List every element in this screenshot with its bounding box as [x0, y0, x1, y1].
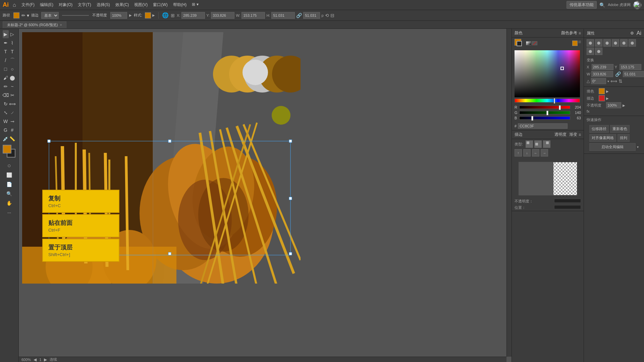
- blob-brush-tool[interactable]: ⬤: [9, 74, 15, 82]
- scissors-tool[interactable]: ✂: [9, 91, 15, 99]
- horizontal-scrollbar[interactable]: 600% ◀ 1 ▶ 连续: [19, 357, 506, 362]
- b-track[interactable]: [519, 116, 570, 120]
- spectrum-canvas[interactable]: [515, 50, 580, 97]
- warp-tool[interactable]: W: [3, 117, 9, 125]
- trans-arrow-1[interactable]: ↑: [515, 149, 522, 157]
- mesh-tool[interactable]: #: [9, 126, 15, 134]
- vertical-scrollbar[interactable]: [506, 29, 512, 357]
- document-tab[interactable]: 未标题-2* @ 600% (RGB/预览) ×: [3, 21, 66, 28]
- width-tool[interactable]: ⊸: [9, 117, 15, 125]
- ellipse-tool[interactable]: ○: [9, 65, 15, 73]
- eyedropper-tool[interactable]: 💉: [3, 135, 9, 143]
- foreground-color-swatch[interactable]: [3, 145, 11, 154]
- r-track[interactable]: [519, 106, 570, 109]
- global-edit-button[interactable]: 启动全局编辑: [589, 143, 636, 151]
- stroke-width-input[interactable]: [303, 12, 320, 19]
- arrange-button[interactable]: 排列: [618, 134, 630, 142]
- gradient-preview[interactable]: [526, 41, 531, 45]
- stroke-color-swatch-prop[interactable]: [599, 95, 605, 101]
- eraser-tool[interactable]: ⌫: [3, 91, 9, 99]
- menu-extra[interactable]: ⊞ ▾: [192, 2, 198, 8]
- transform-icon[interactable]: ⟲: [325, 13, 329, 18]
- home-icon[interactable]: ⌂: [13, 2, 16, 8]
- h-coord-input[interactable]: [623, 71, 644, 77]
- hex-input[interactable]: [518, 123, 568, 129]
- document-tab-close[interactable]: ×: [60, 23, 62, 27]
- align-center-v-icon[interactable]: ⬤: [629, 39, 636, 47]
- rect-tool[interactable]: □: [3, 65, 9, 73]
- more-tools-btn[interactable]: ···: [3, 208, 16, 217]
- color-spectrum[interactable]: [515, 50, 581, 103]
- x-coord-input[interactable]: [592, 64, 613, 70]
- context-menu-bring-to-front[interactable]: 置于顶层 Shift+Ctrl+]: [42, 239, 119, 262]
- distribute-v-icon[interactable]: ⬤: [595, 48, 602, 55]
- opacity-prop-expand-icon[interactable]: ▶: [623, 104, 625, 107]
- align-center-h-icon[interactable]: ⬤: [595, 39, 602, 47]
- w-coord-input[interactable]: [591, 71, 613, 77]
- recolor-button[interactable]: 重新着色: [610, 125, 630, 133]
- hand-tool[interactable]: ✋: [3, 199, 16, 207]
- curvature-tool[interactable]: ⌇: [9, 39, 15, 47]
- trans-arrow-2[interactable]: ↓: [523, 149, 531, 157]
- menu-window[interactable]: 窗口(W): [153, 2, 167, 8]
- scale-tool[interactable]: ⤡: [3, 109, 9, 117]
- arc-tool[interactable]: ⌒: [9, 56, 15, 64]
- distribute-h-icon[interactable]: ⬤: [612, 39, 619, 47]
- g-track[interactable]: [519, 111, 570, 114]
- stroke-mode-select[interactable]: 基本: [41, 12, 59, 19]
- none-preview[interactable]: [532, 41, 537, 45]
- menu-edit[interactable]: 编辑(E): [40, 2, 53, 8]
- direct-selection-tool[interactable]: ▷: [9, 30, 15, 38]
- opacity-prop-input[interactable]: [606, 102, 621, 108]
- menu-select[interactable]: 选择(S): [97, 2, 110, 8]
- y-coord-input[interactable]: [620, 64, 641, 70]
- align-right-icon[interactable]: ⬤: [603, 39, 611, 47]
- gradient-tool[interactable]: G: [3, 126, 9, 134]
- pen-tool[interactable]: ✒: [3, 39, 9, 47]
- menu-file[interactable]: 文件(F): [21, 2, 35, 8]
- global-edit-expand-icon[interactable]: ▾: [637, 145, 639, 149]
- align-bottom-icon[interactable]: ⬤: [587, 48, 594, 55]
- opacity-input[interactable]: [110, 12, 127, 19]
- menu-view[interactable]: 视图(V): [134, 2, 148, 8]
- context-menu-copy[interactable]: 复制 Ctrl+C: [42, 190, 119, 213]
- opacity-expand-icon[interactable]: ▶: [129, 13, 132, 17]
- fill-expand-icon[interactable]: ▶: [606, 89, 609, 93]
- smooth-tool[interactable]: ~: [9, 82, 15, 90]
- align-pixel-button[interactable]: 对齐像素网格: [589, 134, 616, 142]
- properties-extra-icon[interactable]: ⚙: [630, 31, 634, 36]
- rotate-tool[interactable]: ↻: [3, 100, 9, 108]
- y-input[interactable]: [211, 12, 234, 19]
- style-swatch[interactable]: [145, 12, 151, 18]
- stroke-expand-icon[interactable]: ▶: [606, 97, 609, 100]
- wh-link-icon[interactable]: 🔗: [615, 71, 621, 77]
- align-top-icon[interactable]: ⬤: [620, 39, 628, 47]
- zoom-tool[interactable]: 🔍: [3, 190, 16, 198]
- style-expand-icon[interactable]: ▶: [152, 13, 155, 17]
- trans-multiply-icon[interactable]: [534, 140, 542, 148]
- fill-color-swatch-prop[interactable]: [599, 88, 605, 94]
- link-icon[interactable]: 🔗: [296, 13, 302, 18]
- stroke-swatch[interactable]: [517, 41, 522, 46]
- trans-screen-icon[interactable]: [543, 140, 550, 148]
- workspace-button[interactable]: 传统基本功能: [567, 1, 597, 9]
- menu-type[interactable]: 文字(T): [78, 2, 91, 8]
- touch-type-tool[interactable]: T: [9, 48, 15, 56]
- flip-h-icon[interactable]: ⟺: [610, 78, 617, 84]
- offset-path-button[interactable]: 位移路径: [589, 125, 609, 133]
- search-icon[interactable]: 🔍: [599, 2, 605, 8]
- flip-v-icon[interactable]: ⇅: [619, 78, 623, 84]
- trans-normal-icon[interactable]: [526, 140, 533, 148]
- context-menu-paste-front[interactable]: 贴在前面 Ctrl+F: [42, 214, 119, 237]
- fullscreen-toggle[interactable]: ⬜: [3, 171, 16, 179]
- color-panel-menu-icon[interactable]: ≡: [579, 31, 581, 36]
- reflect-tool[interactable]: ⟺: [9, 100, 15, 108]
- fill-color-swatch[interactable]: [13, 12, 19, 18]
- shear-tool[interactable]: ⟋: [9, 109, 15, 117]
- menu-effect[interactable]: 效果(C): [115, 2, 129, 8]
- extra-fill-swatch[interactable]: [572, 41, 578, 46]
- nav-prev-icon[interactable]: ◀: [34, 357, 37, 362]
- pencil-tool[interactable]: ✏: [3, 82, 9, 90]
- angle-input[interactable]: [591, 78, 606, 84]
- x-input[interactable]: [181, 12, 205, 19]
